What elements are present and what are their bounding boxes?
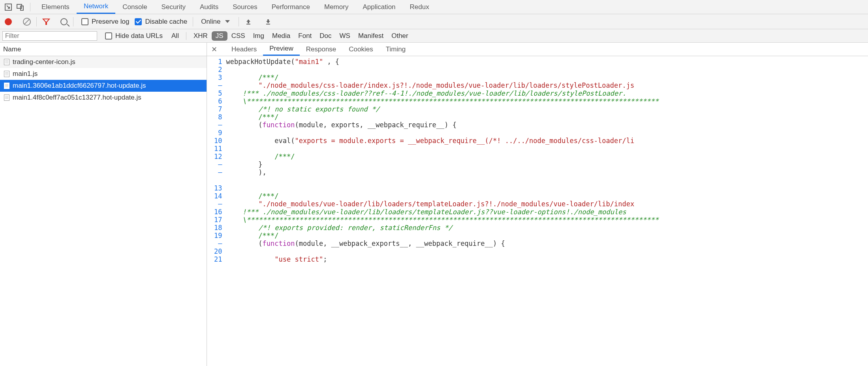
filter-icon[interactable] [42, 18, 50, 26]
name-column-header[interactable]: Name [0, 43, 207, 56]
chevron-down-icon [225, 20, 230, 23]
clear-button[interactable] [23, 18, 31, 26]
disable-cache-label: Disable cache [145, 18, 187, 26]
divider [193, 17, 193, 26]
tab-redux[interactable]: Redux [403, 0, 436, 14]
network-toolbar: Preserve log Disable cache Online [0, 14, 868, 29]
filter-bar: Hide data URLs All XHRJSCSSImgMediaFontD… [0, 29, 868, 43]
throttling-value: Online [201, 18, 220, 25]
divider [73, 17, 73, 26]
filter-type-manifest[interactable]: Manifest [354, 31, 387, 41]
detail-pane: ✕ HeadersPreviewResponseCookiesTiming 1 … [207, 43, 868, 366]
detail-tabs: ✕ HeadersPreviewResponseCookiesTiming [207, 43, 868, 56]
line-gutter: 1 2 3 – 5 6 7 8 – 9 10 11 12 – – 13 14 –… [207, 56, 226, 366]
filter-type-xhr[interactable]: XHR [190, 31, 212, 41]
tab-network[interactable]: Network [77, 0, 115, 14]
svg-rect-3 [246, 24, 250, 25]
disable-cache-checkbox[interactable]: Disable cache [135, 18, 187, 26]
hide-data-urls-checkbox[interactable]: Hide data URLs [105, 32, 163, 40]
divider [186, 32, 186, 40]
close-icon[interactable]: ✕ [209, 45, 219, 54]
request-list: Name trading-center-icon.jsmain1.jsmain1… [0, 43, 207, 366]
devtools-tabs: ElementsNetworkConsoleSecurityAuditsSour… [0, 0, 868, 14]
filter-type-doc[interactable]: Doc [316, 31, 335, 41]
device-toggle-icon[interactable] [14, 1, 26, 13]
request-row[interactable]: trading-center-icon.js [0, 56, 207, 68]
divider [36, 17, 37, 26]
filter-type-ws[interactable]: WS [336, 31, 354, 41]
preserve-log-label: Preserve log [92, 18, 129, 26]
code-content: webpackHotUpdate("main1" , { /***/ "./no… [226, 56, 658, 366]
svg-rect-4 [266, 24, 270, 25]
filter-input[interactable] [2, 31, 97, 41]
upload-icon[interactable] [244, 18, 252, 26]
request-row[interactable]: main1.js [0, 68, 207, 80]
search-icon[interactable] [60, 18, 68, 25]
file-icon [4, 71, 9, 77]
divider [239, 17, 239, 26]
file-icon [4, 83, 9, 89]
tab-performance[interactable]: Performance [265, 0, 317, 14]
filter-type-font[interactable]: Font [294, 31, 316, 41]
filter-type-css[interactable]: CSS [227, 31, 249, 41]
tab-console[interactable]: Console [115, 0, 154, 14]
filter-type-img[interactable]: Img [249, 31, 268, 41]
file-icon [4, 59, 9, 65]
filter-type-other[interactable]: Other [387, 31, 412, 41]
tab-application[interactable]: Application [355, 0, 402, 14]
throttling-select[interactable]: Online [199, 17, 233, 26]
detail-tab-headers[interactable]: Headers [225, 43, 263, 56]
divider [30, 3, 30, 11]
request-name: main1.js [13, 70, 38, 78]
tab-elements[interactable]: Elements [34, 0, 77, 14]
detail-tab-timing[interactable]: Timing [380, 43, 412, 56]
tab-audits[interactable]: Audits [193, 0, 225, 14]
request-name: main1.4f8c0eff7ac051c13277.hot-update.js [13, 94, 141, 102]
detail-tab-response[interactable]: Response [300, 43, 343, 56]
request-name: trading-center-icon.js [13, 58, 75, 66]
response-preview[interactable]: 1 2 3 – 5 6 7 8 – 9 10 11 12 – – 13 14 –… [207, 56, 868, 366]
request-row[interactable]: main1.4f8c0eff7ac051c13277.hot-update.js [0, 92, 207, 104]
tab-security[interactable]: Security [154, 0, 193, 14]
filter-type-all[interactable]: All [167, 31, 183, 41]
tab-memory[interactable]: Memory [317, 0, 355, 14]
detail-tab-cookies[interactable]: Cookies [342, 43, 379, 56]
inspect-icon[interactable] [2, 1, 14, 13]
hide-data-urls-label: Hide data URLs [115, 32, 163, 40]
download-icon[interactable] [264, 18, 272, 26]
record-button[interactable] [5, 18, 12, 25]
file-icon [4, 94, 9, 101]
tab-sources[interactable]: Sources [225, 0, 264, 14]
detail-tab-preview[interactable]: Preview [263, 43, 299, 56]
request-row[interactable]: main1.3606e1ab1ddcf6626797.hot-update.js [0, 80, 207, 92]
filter-type-media[interactable]: Media [268, 31, 294, 41]
filter-type-js[interactable]: JS [212, 31, 227, 41]
preserve-log-checkbox[interactable]: Preserve log [81, 18, 129, 26]
request-name: main1.3606e1ab1ddcf6626797.hot-update.js [13, 82, 146, 90]
